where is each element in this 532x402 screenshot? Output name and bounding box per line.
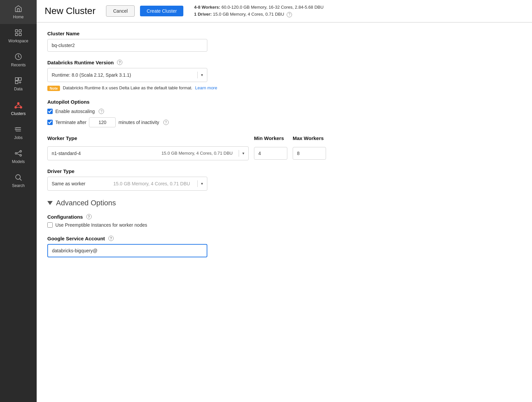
svg-line-13 (16, 105, 18, 106)
preemptible-checkbox[interactable] (47, 222, 53, 228)
runtime-version-section: Databricks Runtime Version ? Runtime: 8.… (47, 60, 326, 91)
google-account-section: Google Service Account ? (47, 236, 326, 257)
driver-help-icon[interactable]: ? (287, 12, 292, 17)
learn-more-link[interactable]: Learn more (195, 85, 217, 90)
autopilot-heading: Autopilot Options (47, 99, 326, 105)
configurations-help-icon[interactable]: ? (86, 214, 92, 219)
runtime-version-label: Databricks Runtime Version ? (47, 60, 326, 65)
chevron-down-icon: ▾ (201, 73, 203, 77)
sidebar: Home Workspace Recents (0, 0, 37, 402)
max-workers-label: Max Workers (293, 135, 326, 141)
svg-point-21 (20, 155, 22, 156)
autoscaling-help-icon[interactable]: ? (99, 109, 104, 114)
main-content: New Cluster Cancel Create Cluster 4-8 Wo… (37, 0, 532, 402)
svg-rect-5 (15, 78, 18, 80)
recents-icon (14, 53, 22, 61)
enable-autoscaling-label: Enable autoscaling (55, 109, 95, 114)
note-banner: Note Databricks Runtime 8.x uses Delta L… (47, 85, 326, 91)
preemptible-label: Use Preemptible Instances for worker nod… (55, 222, 147, 228)
svg-rect-1 (19, 30, 21, 32)
enable-autoscaling-checkbox[interactable] (47, 109, 53, 114)
cancel-button[interactable]: Cancel (106, 5, 135, 17)
search-icon (14, 173, 22, 181)
sidebar-item-label-search: Search (12, 183, 25, 188)
advanced-options-label: Advanced Options (56, 199, 116, 207)
sidebar-item-models[interactable]: Models (0, 145, 37, 169)
workers-info-value: 60.0-120.0 GB Memory, 16-32 Cores, 2.84-… (221, 5, 323, 10)
workers-info-label: 4-8 Workers: (194, 5, 220, 10)
svg-point-10 (17, 102, 20, 105)
svg-line-14 (18, 105, 21, 106)
runtime-version-select[interactable]: Runtime: 8.0 (Scala 2.12, Spark 3.1.1) ▾ (47, 68, 207, 82)
sidebar-item-label-recents: Recents (11, 63, 26, 67)
preemptible-row: Use Preemptible Instances for worker nod… (47, 222, 326, 228)
svg-line-25 (20, 179, 22, 181)
min-workers-label: Min Workers (254, 135, 287, 141)
driver-type-label: Driver Type (47, 168, 326, 174)
cluster-name-section: Cluster Name (47, 31, 326, 52)
cluster-name-input[interactable] (47, 39, 207, 52)
advanced-options-section: Advanced Options Configurations ? Use Pr… (47, 199, 326, 257)
driver-info-label: 1 Driver: (194, 12, 212, 17)
sidebar-item-data[interactable]: Data (0, 72, 37, 96)
worker-select-divider (239, 150, 239, 157)
sidebar-item-label-workspace: Workspace (8, 39, 28, 43)
min-workers-input[interactable] (254, 147, 287, 160)
svg-rect-6 (19, 78, 21, 80)
top-header: New Cluster Cancel Create Cluster 4-8 Wo… (37, 0, 532, 22)
worker-type-select[interactable]: n1-standard-4 15.0 GB Memory, 4 Cores, 0… (47, 146, 249, 160)
configurations-section: Configurations ? Use Preemptible Instanc… (47, 214, 326, 228)
sidebar-item-jobs[interactable]: Jobs (0, 121, 37, 145)
svg-line-22 (17, 152, 20, 153)
sidebar-item-clusters[interactable]: Clusters (0, 96, 37, 121)
worker-type-label: Worker Type (47, 135, 249, 141)
clusters-icon (14, 101, 23, 109)
sidebar-item-label-data: Data (14, 87, 22, 91)
svg-rect-2 (15, 33, 18, 36)
sidebar-item-label-home: Home (13, 15, 24, 19)
terminate-minutes-input[interactable] (89, 117, 116, 127)
create-cluster-button[interactable]: Create Cluster (140, 6, 183, 16)
svg-rect-3 (19, 33, 21, 36)
worker-type-section: Worker Type Min Workers Max Workers n1-s… (47, 135, 326, 160)
form-area: Cluster Name Databricks Runtime Version … (37, 23, 337, 273)
autopilot-section: Autopilot Options Enable autoscaling ? T… (47, 99, 326, 127)
runtime-version-value: Runtime: 8.0 (Scala 2.12, Spark 3.1.1) (52, 72, 194, 78)
driver-type-select[interactable]: Same as worker 15.0 GB Memory, 4 Cores, … (47, 177, 207, 191)
advanced-options-toggle[interactable]: Advanced Options (47, 199, 326, 207)
select-divider (197, 72, 198, 78)
data-icon (14, 77, 22, 85)
sidebar-item-home[interactable]: Home (0, 0, 37, 24)
note-text: Databricks Runtime 8.x uses Delta Lake a… (63, 85, 192, 90)
driver-info-value: 15.0 GB Memory, 4 Cores, 0.71 DBU (213, 12, 284, 17)
terminate-help-icon[interactable]: ? (163, 120, 169, 125)
driver-chevron-icon: ▾ (201, 181, 203, 186)
sidebar-item-label-models: Models (12, 159, 25, 164)
header-info: 4-8 Workers: 60.0-120.0 GB Memory, 16-32… (194, 4, 323, 18)
workspace-icon (14, 29, 22, 37)
google-account-input[interactable] (47, 244, 207, 257)
svg-rect-0 (15, 30, 18, 32)
runtime-help-icon[interactable]: ? (117, 60, 122, 65)
advanced-triangle-icon (47, 201, 53, 205)
worker-chevron-icon: ▾ (242, 151, 244, 156)
google-account-label: Google Service Account ? (47, 236, 326, 241)
sidebar-item-search[interactable]: Search (0, 169, 37, 193)
google-account-help-icon[interactable]: ? (108, 236, 114, 241)
enable-autoscaling-row: Enable autoscaling ? (47, 109, 326, 114)
driver-select-divider (197, 180, 198, 187)
svg-line-23 (17, 154, 20, 155)
driver-type-value: Same as worker 15.0 GB Memory, 4 Cores, … (52, 181, 194, 186)
svg-rect-7 (15, 81, 18, 84)
sidebar-item-recents[interactable]: Recents (0, 48, 37, 72)
svg-point-19 (15, 153, 17, 154)
terminate-label: Terminate after (55, 120, 86, 125)
sidebar-item-workspace[interactable]: Workspace (0, 24, 37, 48)
home-icon (14, 5, 22, 13)
sidebar-item-label-jobs: Jobs (14, 135, 22, 140)
models-icon (14, 149, 22, 157)
terminate-unit: minutes of inactivity (118, 120, 159, 125)
configurations-label: Configurations ? (47, 214, 326, 220)
terminate-after-checkbox[interactable] (47, 120, 53, 125)
max-workers-input[interactable] (293, 147, 326, 160)
